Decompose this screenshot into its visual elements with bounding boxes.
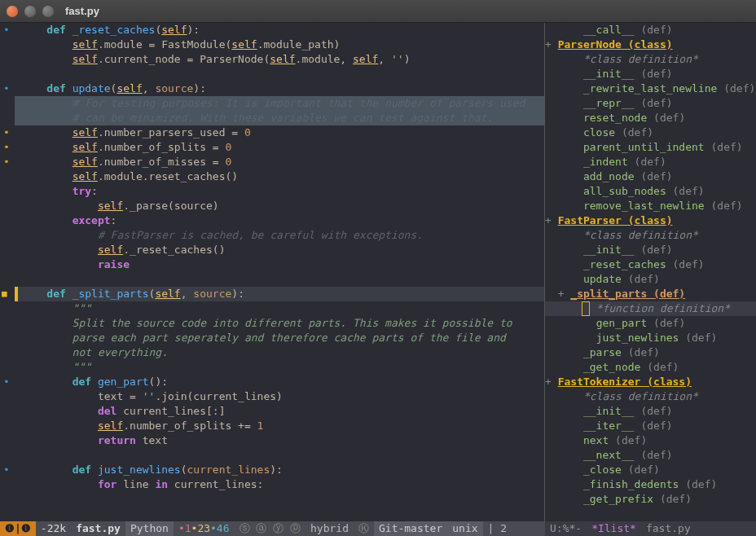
outline-item[interactable]: _rewrite_last_newline (def) — [545, 81, 756, 96]
outline-item[interactable]: update (def) — [545, 272, 756, 287]
outline-item[interactable]: + _split_parts (def) — [545, 287, 756, 301]
gutter-mark — [0, 316, 15, 331]
code-line[interactable]: text = ''.join(current_lines) — [15, 389, 544, 404]
gutter-mark — [0, 448, 15, 463]
code-line[interactable]: def just_newlines(current_lines): — [15, 463, 544, 477]
modeline-trail: | 2 — [483, 521, 512, 536]
code-line[interactable] — [15, 67, 544, 81]
modeline-indicator: ❶|❶ — [0, 521, 36, 536]
code-line[interactable]: def _split_parts(self, source): — [15, 287, 544, 301]
editor-pane[interactable]: def _reset_caches(self): self.module = F… — [0, 23, 545, 521]
gutter-mark — [0, 389, 15, 404]
outline-class[interactable]: + FastTokenizer (class) — [545, 375, 756, 389]
code-line[interactable]: parse each part seperately and therefore… — [15, 331, 544, 345]
maximize-icon[interactable] — [42, 6, 54, 17]
outline-item[interactable]: _reset_caches (def) — [545, 257, 756, 272]
code-line[interactable]: self._reset_caches() — [15, 243, 544, 257]
outline-item[interactable]: remove_last_newline (def) — [545, 199, 756, 213]
code-line[interactable]: self.current_node = ParserNode(self.modu… — [15, 52, 544, 67]
gutter-mark — [0, 243, 15, 257]
code-line[interactable]: self._parse(source) — [15, 199, 544, 213]
code-line[interactable]: self.number_of_splits += 1 — [15, 419, 544, 433]
outline-item[interactable]: __iter__ (def) — [545, 419, 756, 433]
outline-class[interactable]: + FastParser (class) — [545, 213, 756, 228]
modeline-major-mode[interactable]: Python — [125, 521, 174, 536]
close-icon[interactable] — [7, 6, 18, 17]
outline-item[interactable]: next (def) — [545, 433, 756, 448]
outline-item[interactable]: __repr__ (def) — [545, 96, 756, 111]
code-line[interactable]: self.number_parsers_used = 0 — [15, 125, 544, 140]
code-line[interactable]: def update(self, source): — [15, 81, 544, 96]
code-line[interactable]: try: — [15, 184, 544, 199]
modeline-error-count: •1 — [178, 521, 191, 536]
gutter-mark — [0, 257, 15, 272]
modeline-right-file: fast.py — [641, 521, 696, 536]
outline-item[interactable]: _parse (def) — [545, 345, 756, 360]
outline-definition[interactable]: *class definition* — [545, 52, 756, 67]
gutter-mark — [0, 228, 15, 243]
code-line[interactable]: """ — [15, 360, 544, 375]
code-line[interactable]: except: — [15, 213, 544, 228]
gutter-mark — [0, 477, 15, 492]
outline-item[interactable]: parent_until_indent (def) — [545, 140, 756, 155]
editor-code[interactable]: def _reset_caches(self): self.module = F… — [15, 23, 544, 521]
modeline-right-mode: *Ilist* — [587, 521, 641, 536]
code-line[interactable]: del current_lines[:] — [15, 404, 544, 419]
code-line[interactable]: for line in current_lines: — [15, 477, 544, 492]
outline-item[interactable]: __init__ (def) — [545, 67, 756, 81]
outline-item[interactable]: __init__ (def) — [545, 404, 756, 419]
outline-item[interactable]: __init__ (def) — [545, 243, 756, 257]
gutter-mark — [0, 213, 15, 228]
outline-definition[interactable]: *function definition* — [545, 301, 756, 316]
outline-item[interactable]: just_newlines (def) — [545, 331, 756, 345]
code-line[interactable]: Split the source code into different par… — [15, 316, 544, 331]
code-line[interactable]: self.number_of_splits = 0 — [15, 140, 544, 155]
window-titlebar: fast.py — [0, 0, 756, 23]
outline-item[interactable]: _get_prefix (def) — [545, 492, 756, 507]
modeline-right: U:%*- *Ilist* fast.py — [545, 521, 756, 536]
modeline-flags: ⓢ ⓐ ⓨ ⓟ — [235, 521, 305, 536]
gutter-mark — [0, 67, 15, 81]
outline-pane[interactable]: __call__ (def)+ ParserNode (class) *clas… — [545, 23, 756, 521]
outline-item[interactable]: _close (def) — [545, 463, 756, 477]
gutter-mark — [0, 272, 15, 287]
outline-definition[interactable]: *class definition* — [545, 389, 756, 404]
outline-item[interactable]: __call__ (def) — [545, 23, 756, 37]
code-line[interactable] — [15, 448, 544, 463]
outline-item[interactable]: _get_node (def) — [545, 360, 756, 375]
code-line[interactable]: self.module.reset_caches() — [15, 169, 544, 184]
code-line[interactable]: def gen_part(): — [15, 375, 544, 389]
outline-item[interactable]: all_sub_nodes (def) — [545, 184, 756, 199]
code-line[interactable] — [15, 272, 544, 287]
modeline-vcs[interactable]: Git-master — [374, 521, 447, 536]
gutter-mark — [0, 37, 15, 52]
outline-item[interactable]: gen_part (def) — [545, 316, 756, 331]
code-line[interactable]: # can be minimized. With these variables… — [15, 111, 544, 125]
code-line[interactable]: raise — [15, 257, 544, 272]
gutter-mark — [0, 331, 15, 345]
gutter-mark — [0, 404, 15, 419]
gutter-mark — [0, 360, 15, 375]
outline-item[interactable]: _indent (def) — [545, 155, 756, 169]
outline-item[interactable]: reset_node (def) — [545, 111, 756, 125]
outline-class[interactable]: + ParserNode (class) — [545, 37, 756, 52]
minimize-icon[interactable] — [24, 6, 36, 17]
outline-item[interactable]: close (def) — [545, 125, 756, 140]
modeline-size: 22k — [47, 521, 66, 536]
code-line[interactable]: return text — [15, 433, 544, 448]
outline-item[interactable]: add_node (def) — [545, 169, 756, 184]
outline-definition[interactable]: *class definition* — [545, 228, 756, 243]
code-line[interactable]: not everything. — [15, 345, 544, 360]
code-line[interactable]: # For testing purposes: It is important … — [15, 96, 544, 111]
code-line[interactable]: """ — [15, 301, 544, 316]
code-line[interactable]: self.number_of_misses = 0 — [15, 155, 544, 169]
gutter-mark — [0, 419, 15, 433]
gutter-mark — [0, 375, 15, 389]
gutter-mark — [0, 287, 15, 301]
code-line[interactable]: self.module = FastModule(self.module_pat… — [15, 37, 544, 52]
outline-item[interactable]: _finish_dedents (def) — [545, 477, 756, 492]
code-line[interactable]: def _reset_caches(self): — [15, 23, 544, 37]
gutter-mark — [0, 155, 15, 169]
outline-item[interactable]: __next__ (def) — [545, 448, 756, 463]
code-line[interactable]: # FastParser is cached, be careful with … — [15, 228, 544, 243]
